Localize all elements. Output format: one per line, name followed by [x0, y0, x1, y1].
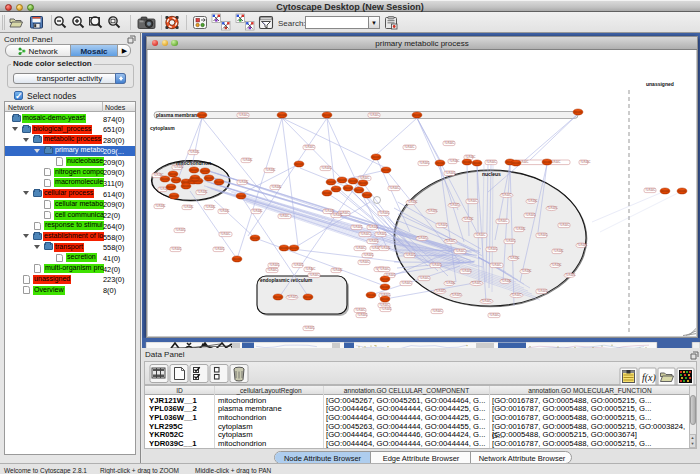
svg-text:YLR44C: YLR44C — [183, 205, 193, 209]
svg-text:YLR44C: YLR44C — [238, 180, 248, 184]
svg-text:YLR44C: YLR44C — [471, 281, 481, 285]
svg-text:YLR44C: YLR44C — [444, 141, 454, 145]
svg-text:YLR44C: YLR44C — [304, 145, 314, 149]
svg-text:YLR44C: YLR44C — [527, 199, 537, 203]
svg-text:YLR44C: YLR44C — [437, 223, 447, 227]
svg-text:YLR44C: YLR44C — [238, 113, 248, 117]
svg-text:f(x): f(x) — [642, 372, 657, 384]
svg-text:YLR44C: YLR44C — [577, 243, 587, 247]
svg-text:YLR44C: YLR44C — [427, 209, 437, 213]
svg-text:YLR44C: YLR44C — [267, 268, 277, 272]
svg-text:YLR44C: YLR44C — [489, 313, 499, 317]
svg-text:YLR44C: YLR44C — [379, 267, 389, 271]
svg-text:YLR44C: YLR44C — [293, 263, 303, 267]
svg-text:YLR44C: YLR44C — [380, 246, 390, 250]
svg-text:YLR44C: YLR44C — [405, 253, 415, 257]
svg-text:YLR44C: YLR44C — [432, 309, 442, 313]
svg-text:YLR44C: YLR44C — [419, 276, 429, 280]
svg-text:YLR44C: YLR44C — [309, 273, 319, 277]
svg-text:YLR44C: YLR44C — [205, 205, 215, 209]
svg-text:YLR44C: YLR44C — [359, 260, 369, 264]
svg-text:YLR44C: YLR44C — [173, 165, 183, 169]
svg-text:YLR44C: YLR44C — [189, 150, 199, 154]
svg-text:YLR44C: YLR44C — [559, 223, 569, 227]
svg-text:YLR44C: YLR44C — [214, 247, 224, 251]
svg-text:YLR44C: YLR44C — [435, 289, 445, 293]
svg-text:YLR44C: YLR44C — [175, 228, 185, 232]
svg-text:YLR44C: YLR44C — [271, 185, 281, 189]
svg-text:YLR44C: YLR44C — [451, 293, 461, 297]
svg-text:YLR44C: YLR44C — [287, 295, 297, 299]
svg-text:YLR44C: YLR44C — [645, 188, 655, 192]
svg-text:YLR44C: YLR44C — [501, 193, 511, 197]
svg-text:YLR44C: YLR44C — [431, 263, 441, 267]
svg-text:YLR44C: YLR44C — [355, 308, 365, 312]
svg-text:YLR44C: YLR44C — [487, 247, 497, 251]
svg-text:YLR44C: YLR44C — [171, 247, 181, 251]
svg-text:YLR44C: YLR44C — [252, 209, 262, 213]
svg-text:YLR44C: YLR44C — [547, 206, 557, 210]
svg-text:nucleus: nucleus — [482, 171, 501, 177]
svg-text:YLR44C: YLR44C — [449, 159, 459, 163]
svg-text:YLR44C: YLR44C — [369, 113, 379, 117]
svg-text:cytoplasm: cytoplasm — [150, 125, 175, 131]
svg-text:YLR44C: YLR44C — [445, 239, 455, 243]
svg-text:YLR44C: YLR44C — [445, 171, 455, 175]
svg-text:YLR44C: YLR44C — [475, 233, 485, 237]
svg-text:YLR44C: YLR44C — [279, 214, 289, 218]
svg-text:YLR44C: YLR44C — [265, 168, 275, 172]
svg-text:YLR44C: YLR44C — [491, 263, 501, 267]
svg-text:YLR44C: YLR44C — [580, 160, 590, 164]
svg-text:YLR44C: YLR44C — [197, 190, 207, 194]
svg-text:YLR44C: YLR44C — [321, 166, 331, 170]
svg-text:YLR44C: YLR44C — [368, 225, 378, 229]
svg-text:YLR44C: YLR44C — [355, 246, 365, 250]
svg-text:YLR44C: YLR44C — [463, 217, 473, 221]
svg-text:YLR44C: YLR44C — [497, 219, 507, 223]
svg-text:YLR44C: YLR44C — [352, 225, 362, 229]
svg-text:YLR44C: YLR44C — [219, 209, 229, 213]
svg-text:YLR44C: YLR44C — [242, 158, 252, 162]
svg-text:YLR44C: YLR44C — [419, 161, 429, 165]
svg-text:YLR44C: YLR44C — [537, 233, 547, 237]
svg-text:YLR44C: YLR44C — [551, 263, 561, 267]
svg-text:YLR44C: YLR44C — [553, 249, 563, 253]
svg-text:YLR44C: YLR44C — [417, 236, 427, 240]
svg-text:YLR44C: YLR44C — [389, 186, 399, 190]
svg-text:YLR44C: YLR44C — [486, 160, 496, 164]
svg-text:YLR44C: YLR44C — [304, 326, 314, 330]
svg-text:YLR44C: YLR44C — [407, 200, 417, 204]
svg-text:YLR44C: YLR44C — [565, 273, 575, 277]
svg-text:YLR44C: YLR44C — [509, 256, 519, 260]
svg-text:mitochondrion: mitochondrion — [176, 160, 211, 166]
svg-text:YLR44C: YLR44C — [363, 253, 373, 257]
svg-text:YLR44C: YLR44C — [379, 211, 389, 215]
svg-text:YLR44C: YLR44C — [220, 232, 230, 236]
svg-text:YLR44C: YLR44C — [376, 232, 386, 236]
svg-text:YLR44C: YLR44C — [467, 199, 477, 203]
svg-text:YLR44C: YLR44C — [401, 281, 411, 285]
svg-text:YLR44C: YLR44C — [332, 268, 342, 272]
svg-text:YLR44C: YLR44C — [525, 213, 535, 217]
svg-text:unassigned: unassigned — [646, 81, 674, 87]
svg-text:YLR44C: YLR44C — [368, 239, 378, 243]
svg-text:YLR44C: YLR44C — [332, 213, 342, 217]
svg-text:YLR44C: YLR44C — [461, 269, 471, 273]
svg-text:YLR44C: YLR44C — [521, 269, 531, 273]
svg-text:YLR44C: YLR44C — [155, 204, 165, 208]
svg-text:YLR44C: YLR44C — [269, 263, 279, 267]
svg-text:YLR44C: YLR44C — [360, 232, 370, 236]
svg-text:YLR44C: YLR44C — [357, 313, 367, 317]
svg-text:YLR44C: YLR44C — [404, 145, 414, 149]
svg-text:YLR44C: YLR44C — [501, 279, 511, 283]
svg-text:YLR44C: YLR44C — [455, 249, 465, 253]
svg-text:YLR44C: YLR44C — [449, 203, 459, 207]
svg-text:YLR44C: YLR44C — [537, 289, 547, 293]
svg-text:YLR44C: YLR44C — [511, 293, 521, 297]
svg-text:YLR44C: YLR44C — [381, 307, 391, 311]
svg-text:endoplasmic reticulum: endoplasmic reticulum — [260, 278, 312, 283]
svg-text:YLR44C: YLR44C — [515, 227, 525, 231]
svg-text:YLR44C: YLR44C — [481, 299, 491, 303]
svg-text:plasma membrane: plasma membrane — [156, 112, 200, 118]
svg-text:YLR44C: YLR44C — [445, 281, 455, 285]
